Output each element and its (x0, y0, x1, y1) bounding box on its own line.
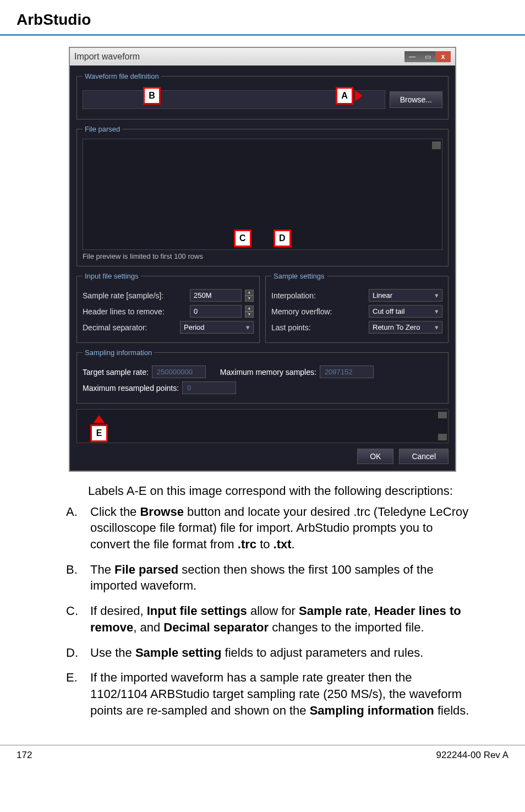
max-memory-samples-value: 2097152 (320, 366, 374, 378)
sample-rate-label: Sample rate [sample/s]: (83, 291, 187, 300)
spinner-buttons[interactable]: ▴▾ (245, 306, 254, 318)
max-memory-samples-label: Maximum memory samples: (220, 368, 316, 377)
list-item: E. If the imported waveform has a sample… (66, 665, 470, 723)
arrow-up-icon (94, 415, 105, 423)
page-number: 172 (17, 750, 32, 761)
item-text: If the imported waveform has a sample ra… (90, 669, 470, 718)
list-item: B. The File parsed section then shows th… (66, 557, 470, 598)
marker-e: E (90, 415, 108, 442)
marker-a: A (336, 87, 363, 105)
preview-note: File preview is limited to first 100 row… (83, 252, 442, 260)
item-text: The File parsed section then shows the f… (90, 562, 470, 594)
marker-a-badge: A (336, 87, 353, 105)
list-item: A. Click the Browse button and locate yo… (66, 499, 470, 557)
doc-revision: 922244-00 Rev A (436, 750, 508, 761)
interpolation-select[interactable]: Linear (369, 289, 442, 302)
spinner-buttons[interactable]: ▴▾ (245, 290, 254, 302)
page-title: ArbStudio (0, 0, 525, 36)
sample-settings-legend: Sample settings (271, 272, 327, 280)
input-file-settings-legend: Input file settings (83, 272, 141, 280)
item-text: Click the Browse button and locate your … (90, 504, 470, 553)
minimize-icon[interactable]: — (404, 51, 420, 62)
close-icon[interactable]: x (435, 51, 451, 62)
memory-overflow-select[interactable]: Cut off tail (369, 305, 442, 318)
window-controls: — ▭ x (404, 51, 451, 62)
waveform-definition-legend: Waveform file definition (83, 72, 161, 80)
titlebar: Import waveform — ▭ x (70, 48, 455, 66)
sampling-information-legend: Sampling information (83, 348, 154, 357)
caption-text: Labels A-E on this image correspond with… (33, 472, 492, 499)
sample-settings-group: Sample settings Interpolation: Linear Me… (265, 272, 449, 343)
target-sample-rate-label: Target sample rate: (83, 368, 149, 377)
header-lines-input[interactable]: 0 (190, 305, 242, 318)
decimal-separator-label: Decimal separator: (83, 323, 177, 332)
decimal-separator-select[interactable]: Period (180, 321, 254, 334)
last-points-label: Last points: (271, 323, 365, 332)
log-output-area: E (76, 409, 449, 443)
item-text: If desired, Input file settings allow fo… (90, 603, 470, 635)
import-waveform-window: Import waveform — ▭ x Waveform file defi… (69, 47, 456, 472)
interpolation-label: Interpolation: (271, 291, 365, 300)
file-parsed-group: File parsed C D File preview is limited … (76, 125, 449, 266)
target-sample-rate-value: 250000000 (152, 366, 206, 378)
marker-c: C (234, 230, 251, 247)
file-preview-area: C D (83, 139, 442, 250)
scrollbar-thumb[interactable] (432, 141, 441, 149)
ok-button[interactable]: OK (357, 449, 393, 464)
item-letter: B. (66, 562, 90, 594)
marker-b-badge: B (143, 87, 161, 105)
scroll-up-icon[interactable] (438, 412, 447, 418)
header-lines-label: Header lines to remove: (83, 307, 187, 316)
window-title: Import waveform (74, 52, 140, 62)
item-letter: E. (66, 669, 90, 718)
max-resampled-points-label: Maximum resampled points: (83, 384, 179, 393)
list-item: D. Use the Sample setting fields to adju… (66, 640, 470, 666)
item-letter: C. (66, 603, 90, 635)
list-item: C. If desired, Input file settings allow… (66, 598, 470, 640)
page-footer: 172 922244-00 Rev A (0, 745, 525, 765)
description-list: A. Click the Browse button and locate yo… (33, 499, 492, 723)
maximize-icon[interactable]: ▭ (420, 51, 435, 62)
item-text: Use the Sample setting fields to adjust … (90, 645, 423, 661)
memory-overflow-label: Memory overflow: (271, 307, 365, 316)
marker-b: B (143, 87, 161, 105)
scroll-down-icon[interactable] (438, 434, 447, 440)
arrow-right-icon (355, 90, 363, 101)
marker-d-badge: D (274, 230, 291, 247)
max-resampled-points-value: 0 (182, 382, 236, 394)
cancel-button[interactable]: Cancel (399, 449, 449, 464)
marker-d: D (274, 230, 291, 247)
input-file-settings-group: Input file settings Sample rate [sample/… (76, 272, 260, 343)
waveform-definition-group: Waveform file definition Browse... B A (76, 72, 449, 119)
browse-button[interactable]: Browse... (390, 91, 442, 108)
item-letter: D. (66, 645, 90, 661)
sample-rate-input[interactable]: 250M (190, 289, 242, 302)
last-points-select[interactable]: Return To Zero (369, 321, 442, 334)
sampling-information-group: Sampling information Target sample rate:… (76, 348, 449, 404)
marker-e-badge: E (90, 424, 108, 442)
marker-c-badge: C (234, 230, 251, 247)
file-parsed-legend: File parsed (83, 125, 122, 133)
item-letter: A. (66, 504, 90, 553)
